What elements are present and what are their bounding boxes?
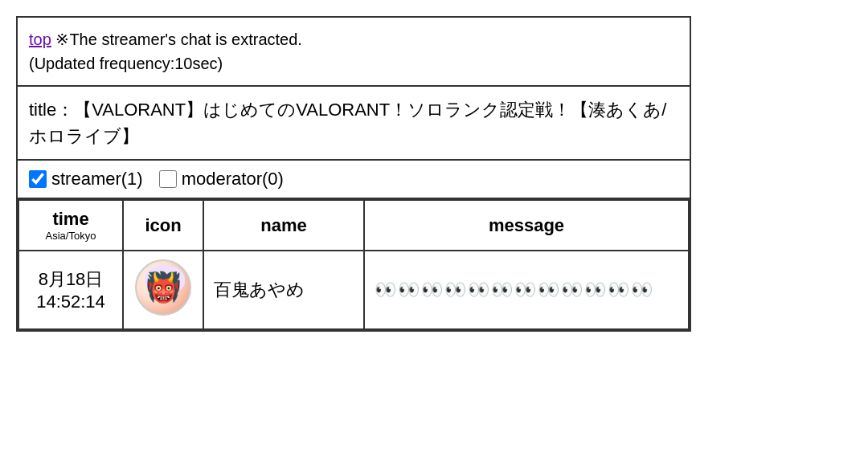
th-time-sub: Asia/Tokyo [29, 230, 113, 242]
table-row: 8月18日 14:52:14百鬼あやめ👀👀👀👀👀👀👀👀👀👀👀👀 [18, 251, 689, 329]
streamer-checkbox[interactable] [29, 170, 47, 188]
moderator-checkbox[interactable] [159, 170, 177, 188]
table-header-row: time Asia/Tokyo icon name message [18, 200, 689, 251]
main-container: top ※The streamer's chat is extracted. (… [16, 16, 691, 332]
info-box: top ※The streamer's chat is extracted. (… [18, 18, 690, 87]
update-note-text: (Updated frequency:10sec) [29, 55, 223, 72]
moderator-label: moderator(0) [182, 169, 284, 190]
th-name: name [203, 200, 364, 251]
th-message: message [364, 200, 689, 251]
streamer-label: streamer(1) [51, 169, 143, 190]
td-icon [123, 251, 203, 329]
chat-table: time Asia/Tokyo icon name message 8月18日 … [18, 199, 690, 330]
top-link[interactable]: top [29, 31, 51, 48]
title-box: title：【VALORANT】はじめてのVALORANT！ソロランク認定戦！【… [18, 87, 690, 161]
th-icon: icon [123, 200, 203, 251]
td-message: 👀👀👀👀👀👀👀👀👀👀👀👀 [364, 251, 689, 329]
streamer-filter[interactable]: streamer(1) [29, 169, 143, 190]
td-name: 百鬼あやめ [203, 251, 364, 329]
stream-title: title：【VALORANT】はじめてのVALORANT！ソロランク認定戦！【… [29, 100, 666, 146]
th-time: time Asia/Tokyo [18, 200, 123, 251]
filter-row: streamer(1) moderator(0) [18, 161, 690, 199]
description-text: ※The streamer's chat is extracted. [55, 31, 301, 48]
moderator-filter[interactable]: moderator(0) [159, 169, 284, 190]
avatar [135, 259, 191, 316]
td-time: 8月18日 14:52:14 [18, 251, 123, 329]
